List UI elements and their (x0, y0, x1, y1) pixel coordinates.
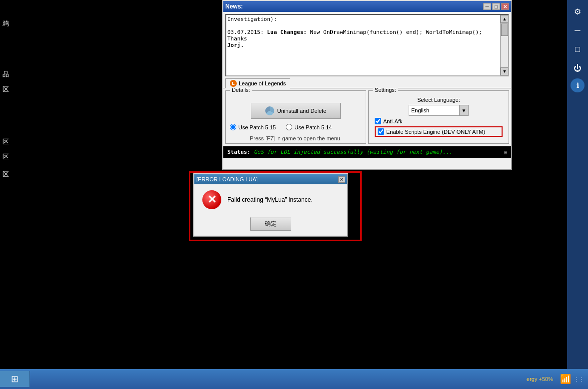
radio-patch-514[interactable]: Use Patch 5.14 (286, 124, 332, 130)
window-controls: ─ □ ✕ (483, 3, 509, 10)
news-bold-text: Lua Changes: (267, 29, 306, 35)
radio-row: Use Patch 5.15 Use Patch 5.14 (230, 124, 362, 130)
uninstall-delete-button[interactable]: Uninstall and Delete (251, 103, 341, 119)
details-panel: Details: Uninstall and Delete Use Patch … (225, 90, 366, 144)
news-text: New OnDrawMinimap(function() end); World… (227, 29, 482, 42)
uninstall-icon (265, 106, 274, 115)
radio-514-input[interactable] (286, 124, 292, 130)
right-panel-icons: ⚙ ─ □ ⏻ ℹ (569, 0, 587, 92)
start-button[interactable]: ⊞ (0, 371, 30, 387)
radio-515-input[interactable] (230, 124, 236, 130)
sidebar-text-5: 区 (2, 152, 9, 161)
scroll-up-button[interactable]: ▲ (501, 15, 509, 23)
minimize-button[interactable]: ─ (483, 3, 491, 10)
tab-label: League of Legends (239, 80, 286, 86)
gear-icon[interactable]: ⚙ (569, 2, 587, 20)
main-window: News: ─ □ ✕ Investigation): 03.07.2015: … (222, 0, 512, 170)
dropdown-arrow-icon[interactable]: ▼ (459, 105, 468, 115)
status-bar: Status: GoS for LOL injected successfull… (223, 146, 511, 158)
info-icon[interactable]: ℹ (571, 78, 585, 92)
language-dropdown[interactable]: English ▼ (409, 105, 469, 116)
sidebar-text-6: 区 (2, 170, 9, 179)
close-button[interactable]: ✕ (501, 3, 509, 10)
taskbar: ⊞ ergy +50% 📶 ⋮⋮ (0, 369, 588, 389)
scroll-thumb[interactable] (501, 23, 508, 36)
news-line1: Investigation): (227, 16, 499, 22)
error-icon: ✕ (202, 190, 221, 209)
radio-patch-515[interactable]: Use Patch 5.15 (230, 124, 276, 130)
news-author: Jorj. (227, 42, 499, 48)
status-text: GoS for LOL injected successfully (waiti… (254, 149, 452, 155)
error-titlebar: [ERROR LOADING LUA] ✕ (194, 174, 347, 184)
error-dialog: [ERROR LOADING LUA] ✕ ✕ Faild creating “… (193, 173, 348, 237)
anti-afk-row: Anti-Afk (375, 118, 503, 124)
settings-panel: Settings: Select Language: English ▼ Ant… (368, 90, 509, 144)
enable-scripts-checkbox[interactable] (378, 128, 384, 135)
tab-icon: L (230, 80, 237, 87)
news-content-area: Investigation): 03.07.2015: Lua Changes:… (226, 15, 508, 49)
window-title-text: News: (225, 3, 243, 10)
anti-afk-label: Anti-Afk (383, 118, 403, 124)
sidebar-text-2: 品 (2, 70, 9, 79)
status-end-icon: ▣ (504, 149, 507, 155)
scroll-down-button[interactable]: ▼ (501, 67, 509, 75)
sidebar-text-1: 鸡 (2, 19, 9, 28)
tab-bar: L League of Legends (223, 78, 511, 88)
ok-button[interactable]: 确定 (250, 217, 291, 231)
right-panel: ⚙ ─ □ ⏻ ℹ (567, 0, 588, 389)
maximize-icon[interactable]: □ (569, 40, 587, 58)
status-label: Status: (227, 149, 250, 155)
error-message: Faild creating “MyLua” instance. (227, 196, 313, 204)
taskbar-energy-text: ergy +50% (523, 376, 557, 382)
error-footer: 确定 (194, 215, 347, 236)
settings-label: Settings: (373, 87, 398, 93)
error-close-button[interactable]: ✕ (338, 176, 345, 183)
enable-scripts-box: Enable Scripts Engine (DEV ONLY ATM) (375, 126, 503, 137)
taskbar-signal-icon: 📶 (557, 374, 574, 385)
sidebar-text-4: 区 (2, 137, 9, 146)
error-icon-circle: ✕ (202, 190, 221, 209)
minimize-icon[interactable]: ─ (569, 21, 587, 39)
window-title: News: (225, 3, 243, 10)
enable-scripts-label: Enable Scripts Engine (DEV ONLY ATM) (386, 129, 485, 135)
radio-514-label: Use Patch 5.14 (294, 124, 332, 130)
scroll-track (501, 23, 508, 67)
news-date: 03.07.2015: (227, 29, 264, 35)
panels-row: Details: Uninstall and Delete Use Patch … (225, 90, 509, 144)
tab-league-of-legends[interactable]: L League of Legends (225, 78, 290, 88)
language-value: English (409, 106, 459, 114)
select-language-label: Select Language: (371, 97, 507, 103)
sidebar-text-3: 区 (2, 85, 9, 94)
window-titlebar: News: ─ □ ✕ (223, 1, 511, 12)
anti-afk-checkbox[interactable] (375, 118, 381, 124)
news-scrollbar[interactable]: ▲ ▼ (500, 15, 508, 75)
error-body: ✕ Faild creating “MyLua” instance. (194, 184, 347, 215)
uninstall-label: Uninstall and Delete (277, 108, 326, 114)
radio-515-label: Use Patch 5.15 (238, 124, 276, 130)
power-icon[interactable]: ⏻ (569, 59, 587, 77)
taskbar-dots-icon: ⋮⋮ (574, 377, 588, 382)
black-left-panel (0, 0, 222, 360)
news-date-line: 03.07.2015: Lua Changes: New OnDrawMinim… (227, 29, 499, 42)
error-title: [ERROR LOADING LUA] (196, 176, 258, 182)
hint-text: Press [F7] in game to open the menu. (228, 135, 364, 141)
maximize-button[interactable]: □ (492, 3, 500, 10)
